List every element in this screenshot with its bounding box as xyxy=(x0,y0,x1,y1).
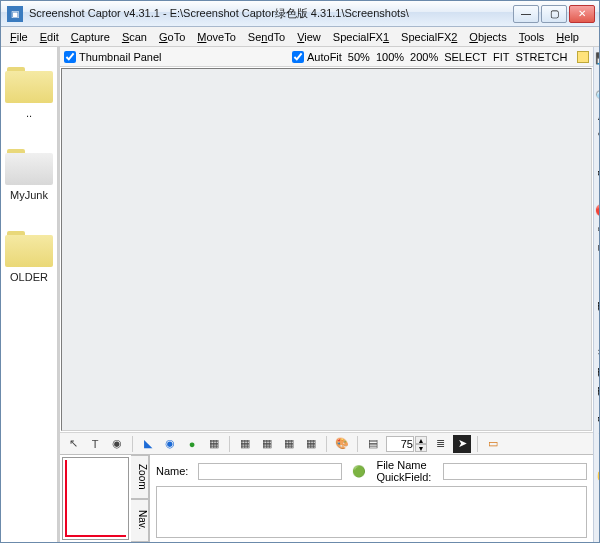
minimize-button[interactable]: — xyxy=(513,5,539,23)
tool-grid5-icon[interactable]: ▦ xyxy=(302,435,320,453)
expand-icon[interactable]: ⤢ xyxy=(594,259,600,275)
crop-icon[interactable]: ✂ xyxy=(594,344,600,360)
thumbnail-header: Thumbnail Panel AutoFit 50% 100% 200% SE… xyxy=(60,47,593,67)
zoom-preview[interactable] xyxy=(62,457,129,540)
mode-stretch[interactable]: STRETCH xyxy=(515,51,567,63)
layers-icon[interactable]: ≣ xyxy=(594,316,600,332)
menu-help[interactable]: Help xyxy=(551,29,584,45)
folder-item-older[interactable]: OLDER xyxy=(5,227,53,283)
zoom-200[interactable]: 200% xyxy=(410,51,438,63)
opacity-input[interactable] xyxy=(386,436,414,452)
zoom-nav-panel: Zoom Nav. xyxy=(60,455,150,542)
opacity-spinner[interactable]: ▲▼ xyxy=(386,436,427,452)
menu-moveto[interactable]: MoveTo xyxy=(192,29,241,45)
titlebar: ▣ Screenshot Captor v4.31.1 - E:\Screens… xyxy=(1,1,599,27)
app-icon: ▣ xyxy=(7,6,23,22)
hand-icon[interactable]: ✋ xyxy=(594,467,600,483)
menubar: File Edit Capture Scan GoTo MoveTo SendT… xyxy=(1,27,599,47)
folder-label: MyJunk xyxy=(10,189,48,201)
spin-up[interactable]: ▲ xyxy=(415,436,427,444)
flag-icon[interactable]: ⚑ xyxy=(594,429,600,445)
gear-icon[interactable]: ⚙ xyxy=(594,221,600,237)
folder-item-myjunk[interactable]: MyJunk xyxy=(5,145,53,201)
quickfield-input[interactable] xyxy=(443,463,587,480)
thumbnail-panel-check-input[interactable] xyxy=(64,51,76,63)
center-column: Thumbnail Panel AutoFit 50% 100% 200% SE… xyxy=(60,47,593,542)
doc-icon[interactable]: ▤ xyxy=(594,363,600,379)
tool-layers-icon[interactable]: ≣ xyxy=(431,435,449,453)
save-icon[interactable]: 💾 xyxy=(594,50,600,66)
folder-sidebar: .. MyJunk OLDER xyxy=(1,47,58,542)
arrow-icon[interactable]: ➘ xyxy=(594,145,600,161)
tool-text-icon[interactable]: T xyxy=(86,435,104,453)
mode-select[interactable]: SELECT xyxy=(444,51,487,63)
main-area: .. MyJunk OLDER Thumbnail Panel AutoFit … xyxy=(1,47,599,542)
preview-canvas[interactable] xyxy=(61,68,592,431)
separator xyxy=(132,436,133,452)
folder-item-parent[interactable]: .. xyxy=(5,63,53,119)
tool-grid3-icon[interactable]: ▦ xyxy=(258,435,276,453)
menu-specialfx1[interactable]: SpecialFX1 xyxy=(328,29,394,45)
bottom-panel: Zoom Nav. Name: 🟢 File Name QuickField: xyxy=(60,454,593,542)
tab-zoom[interactable]: Zoom xyxy=(131,455,149,499)
menu-objects[interactable]: Objects xyxy=(464,29,511,45)
tool-grid1-icon[interactable]: ▦ xyxy=(205,435,223,453)
text-icon[interactable]: T xyxy=(594,183,600,199)
separator xyxy=(477,436,478,452)
rect-icon[interactable]: ▭ xyxy=(594,410,600,426)
tool-triangle-icon[interactable]: ◣ xyxy=(139,435,157,453)
folder-label: .. xyxy=(26,107,32,119)
tool-circ-icon[interactable]: ◉ xyxy=(108,435,126,453)
pointer-icon[interactable]: ↖ xyxy=(594,448,600,464)
tab-nav[interactable]: Nav. xyxy=(131,499,149,543)
menu-goto[interactable]: GoTo xyxy=(154,29,190,45)
tool-page-icon[interactable]: ▭ xyxy=(484,435,502,453)
name-input[interactable] xyxy=(198,463,342,480)
zoom-50[interactable]: 50% xyxy=(348,51,370,63)
red-icon[interactable]: 🔴 xyxy=(594,202,600,218)
autofit-check-input[interactable] xyxy=(292,51,304,63)
zoom-100[interactable]: 100% xyxy=(376,51,404,63)
tool-grid2-icon[interactable]: ▦ xyxy=(236,435,254,453)
tool-grid4-icon[interactable]: ▦ xyxy=(280,435,298,453)
pencil-icon[interactable]: ✎ xyxy=(594,69,600,85)
separator xyxy=(326,436,327,452)
separator xyxy=(229,436,230,452)
tool-pointer-icon[interactable]: ↖ xyxy=(64,435,82,453)
copy-icon[interactable]: ⧉ xyxy=(594,240,600,256)
folder-icon xyxy=(5,145,53,185)
menu-specialfx2[interactable]: SpecialFX2 xyxy=(396,29,462,45)
tool-green-icon[interactable]: ● xyxy=(183,435,201,453)
menu-tools[interactable]: Tools xyxy=(514,29,550,45)
quickfield-label: File Name QuickField: xyxy=(376,459,433,483)
color-swatch[interactable] xyxy=(577,51,589,63)
menu-file[interactable]: File xyxy=(5,29,33,45)
target-icon[interactable]: ⊕ xyxy=(594,278,600,294)
menu-capture[interactable]: Capture xyxy=(66,29,115,45)
thumbnail-panel-checkbox[interactable]: Thumbnail Panel xyxy=(64,51,162,63)
maximize-button[interactable]: ▢ xyxy=(541,5,567,23)
autofit-checkbox[interactable]: AutoFit xyxy=(292,51,342,63)
close-button[interactable]: ✕ xyxy=(569,5,595,23)
menu-edit[interactable]: Edit xyxy=(35,29,64,45)
grid2-icon[interactable]: ▦ xyxy=(594,382,600,398)
tool-circle-icon[interactable]: ◉ xyxy=(161,435,179,453)
folder-icon xyxy=(5,63,53,103)
highlight-icon[interactable]: ✏ xyxy=(594,126,600,142)
mode-fit[interactable]: FIT xyxy=(493,51,510,63)
tool-cursor-icon[interactable]: ➤ xyxy=(453,435,471,453)
brush-icon[interactable]: 🖌 xyxy=(594,107,600,123)
menu-view[interactable]: View xyxy=(292,29,326,45)
shape-icon[interactable]: ▭ xyxy=(594,164,600,180)
menu-sendto[interactable]: SendTo xyxy=(243,29,290,45)
name-action-icon[interactable]: 🟢 xyxy=(352,463,366,479)
zoom-icon[interactable]: 🔍 xyxy=(594,88,600,104)
description-textarea[interactable] xyxy=(156,486,587,538)
tool-color-icon[interactable]: 🎨 xyxy=(333,435,351,453)
tool-doc-icon[interactable]: ▤ xyxy=(364,435,382,453)
spin-down[interactable]: ▼ xyxy=(415,444,427,452)
folder-label: OLDER xyxy=(10,271,48,283)
menu-scan[interactable]: Scan xyxy=(117,29,152,45)
grid-icon[interactable]: ▦ xyxy=(594,297,600,313)
autofit-label: AutoFit xyxy=(307,51,342,63)
